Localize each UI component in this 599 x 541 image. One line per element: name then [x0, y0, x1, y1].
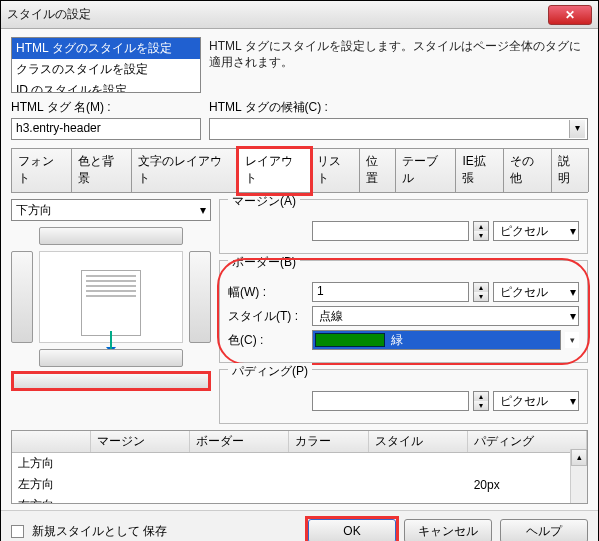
border-color-select[interactable]: 緑 [312, 330, 561, 350]
preview-page-icon [81, 270, 141, 336]
style-settings-dialog: スタイルの設定 ✕ HTML タグのスタイルを設定 クラスのスタイルを設定 ID… [0, 0, 599, 541]
padding-group: パディング(P) ▴▾ ピクセル▾ [219, 369, 588, 424]
preview-right-button[interactable] [189, 251, 211, 343]
padding-spinner[interactable]: ▴▾ [473, 391, 489, 411]
chevron-down-icon: ▾ [570, 224, 576, 238]
tab-ie-ext[interactable]: IE拡張 [455, 148, 504, 192]
direction-select[interactable]: 下方向 ▾ [11, 199, 211, 221]
window-title: スタイルの設定 [7, 6, 548, 23]
tab-list[interactable]: リスト [310, 148, 359, 192]
border-width-input[interactable]: 1 [312, 282, 469, 302]
tab-description[interactable]: 説明 [551, 148, 589, 192]
border-group-title: ボーダー(B) [228, 254, 300, 271]
padding-unit-select[interactable]: ピクセル▾ [493, 391, 579, 411]
border-width-spinner[interactable]: ▴▾ [473, 282, 489, 302]
border-style-select[interactable]: 点線▾ [312, 306, 579, 326]
color-dropdown-button[interactable]: ▾ [565, 332, 579, 348]
summary-table[interactable]: マージン ボーダー カラー スタイル パディング 上方向 左方向20px 右方向… [11, 430, 588, 504]
tab-bar: フォント 色と背景 文字のレイアウト レイアウト リスト 位置 テーブル IE拡… [11, 148, 588, 193]
preview-top-button[interactable] [39, 227, 183, 245]
preview-left-button[interactable] [11, 251, 33, 343]
candidate-label: HTML タグの候補(C) : [209, 99, 588, 116]
margin-unit-select[interactable]: ピクセル▾ [493, 221, 579, 241]
chevron-down-icon: ▾ [200, 203, 206, 217]
border-style-label: スタイル(T) : [228, 308, 308, 325]
box-model-preview [11, 227, 211, 367]
margin-group: マージン(A) ▴▾ ピクセル▾ [219, 199, 588, 254]
tab-other[interactable]: その他 [503, 148, 552, 192]
list-item[interactable]: クラスのスタイルを設定 [12, 59, 200, 80]
help-button[interactable]: ヘルプ [500, 519, 588, 541]
list-item[interactable]: ID のスタイルを設定 [12, 80, 200, 93]
border-unit-select[interactable]: ピクセル▾ [493, 282, 579, 302]
list-item[interactable]: HTML タグのスタイルを設定 [12, 38, 200, 59]
titlebar[interactable]: スタイルの設定 ✕ [1, 1, 598, 29]
tab-color-bg[interactable]: 色と背景 [71, 148, 132, 192]
tab-text-layout[interactable]: 文字のレイアウト [131, 148, 239, 192]
save-new-checkbox[interactable] [11, 525, 24, 538]
ok-button[interactable]: OK [308, 519, 396, 541]
preview-bottom-highlight-button[interactable] [11, 371, 211, 391]
tab-font[interactable]: フォント [11, 148, 72, 192]
cancel-button[interactable]: キャンセル [404, 519, 492, 541]
color-swatch [315, 333, 385, 347]
style-target-listbox[interactable]: HTML タグのスタイルを設定 クラスのスタイルを設定 ID のスタイルを設定 [11, 37, 201, 93]
padding-group-title: パディング(P) [228, 363, 312, 380]
margin-spinner[interactable]: ▴▾ [473, 221, 489, 241]
table-row: 右方向 [12, 495, 587, 504]
description-text: HTML タグにスタイルを設定します。スタイルはページ全体のタグに適用されます。 [209, 37, 588, 93]
padding-value-input[interactable] [312, 391, 469, 411]
border-width-label: 幅(W) : [228, 284, 308, 301]
margin-value-input[interactable] [312, 221, 469, 241]
chevron-down-icon: ▾ [570, 309, 576, 323]
candidate-combo[interactable]: ▾ [209, 118, 588, 140]
dialog-footer: 新規スタイルとして 保存 OK キャンセル ヘルプ [1, 510, 598, 541]
vertical-scrollbar[interactable]: ▴ [570, 449, 587, 503]
save-new-label: 新規スタイルとして 保存 [32, 523, 167, 540]
border-group: ボーダー(B) 幅(W) : 1 ▴▾ ピクセル▾ スタイル(T) : 点線▾ … [219, 260, 588, 363]
table-row: 上方向 [12, 453, 587, 475]
chevron-down-icon: ▾ [570, 394, 576, 408]
preview-center [39, 251, 183, 343]
close-button[interactable]: ✕ [548, 5, 592, 25]
tagname-label: HTML タグ 名(M) : [11, 99, 201, 116]
tab-layout[interactable]: レイアウト [238, 148, 311, 192]
table-row: 左方向20px [12, 474, 587, 495]
tagname-input[interactable]: h3.entry-header [11, 118, 201, 140]
border-color-label: 色(C) : [228, 332, 308, 349]
tab-table[interactable]: テーブル [395, 148, 456, 192]
scroll-up-button[interactable]: ▴ [571, 449, 587, 466]
preview-bottom-button[interactable] [39, 349, 183, 367]
tab-position[interactable]: 位置 [359, 148, 397, 192]
chevron-down-icon: ▾ [569, 120, 585, 138]
chevron-down-icon: ▾ [570, 285, 576, 299]
